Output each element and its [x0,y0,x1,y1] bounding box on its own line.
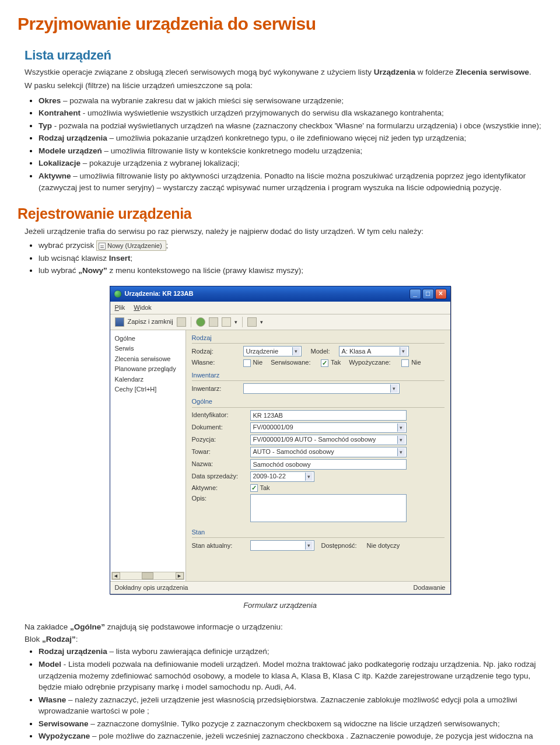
statusbar: Dokładny opis urządzenia Dodawanie [110,581,450,594]
save-and-close-button[interactable]: Zapisz i zamknij [128,317,173,326]
list-item: Modele urządzeń – umożliwia filtrowanie … [38,145,542,157]
rodzaj-block-list: Rodzaj urządzenia – lista wyboru zawiera… [38,646,542,745]
section-rejestrowanie: Rejestrowanie urządzenia [18,204,542,224]
document-icon [99,243,106,250]
list-item: Model - Lista modeli pozwala na definiow… [38,659,542,693]
label-nazwa: Nazwa: [192,460,250,468]
label-wlasne: Własne: [192,358,243,367]
side-navigation: Ogólne Serwis Zlecenia serwisowe Planowa… [110,330,186,581]
sidebar-item-kalendarz[interactable]: Kalendarz [115,375,183,384]
menu-widok[interactable]: Widok [134,304,152,311]
serwisowane-checkbox[interactable] [321,359,328,367]
status-left: Dokładny opis urządzenia [115,583,188,592]
print-icon[interactable] [222,317,231,327]
list-item: lub wybrać „Nowy” z menu kontekstowego n… [38,265,542,277]
group-ogolne: Ogólne [192,397,444,407]
label-wypozyczane: Wypożyczane: [349,358,401,367]
sidebar-item-cechy[interactable]: Cechy [Ctrl+H] [115,384,183,394]
stan-select[interactable] [250,540,314,551]
nowy-urzadzenie-button-image: Nowy (Urządzenie) [96,240,166,251]
scroll-left-icon[interactable]: ◄ [112,572,120,579]
list-item: wybrać przycisk Nowy (Urządzenie) ; [38,240,542,251]
inwentarz-select[interactable] [243,383,400,394]
filters-list: Okres – pozwala na wybranie zakresu dat … [38,95,542,194]
menu-plik[interactable]: Plik [115,304,125,311]
form-area: Rodzaj Rodzaj: Urządzenie Model: A: Klas… [186,330,450,581]
toolbar-icon[interactable] [209,317,218,327]
urzadzenia-window-screenshot: Urządzenia: KR 123AB _ □ × Plik Widok Za… [110,286,451,595]
list-item: Aktywne – umożliwia filtrowanie listy po… [38,170,542,193]
list-item: lub wcisnąć klawisz Insert; [38,253,542,264]
list-item: Rodzaj urządzenia – lista wyboru zawiera… [38,646,542,657]
group-inwentarz: Inwentarz [192,371,444,381]
save-icon[interactable] [115,317,124,327]
dokument-select[interactable]: FV/000001/09 [250,422,407,433]
group-rodzaj: Rodzaj [192,334,444,344]
group-stan: Stan [192,528,444,538]
maximize-button[interactable]: □ [422,289,434,299]
label-dokument: Dokument: [192,423,250,432]
page-title: Przyjmowanie urządzenia do serwisu [18,12,542,36]
identyfikator-input[interactable]: KR 123AB [250,410,407,421]
toolbar-icon[interactable] [177,317,186,327]
toolbar-icon[interactable] [247,317,257,327]
list-item: Serwisowane – zaznaczone domyślnie. Tylk… [38,718,542,730]
rodzaj-select[interactable]: Urządzenie [243,346,302,356]
status-right: Dodawanie [413,583,445,592]
sidebar-item-ogolne[interactable]: Ogólne [115,334,183,344]
list-item: Rodzaj urządzenia – umożliwia pokazanie … [38,132,542,144]
app-icon [114,290,122,298]
window-title: Urządzenia: KR 123AB [125,289,194,298]
menubar: Plik Widok [110,302,450,314]
horizontal-scrollbar[interactable]: ◄ ► [111,572,184,580]
section-lista: Lista urządzeń [24,47,542,65]
toolbar-icon[interactable] [196,317,205,327]
filters-intro: W pasku selekcji (filtrze) na liście urz… [24,81,542,92]
label-opis: Opis: [192,494,250,503]
sidebar-item-przeglady[interactable]: Planowane przeglądy [115,364,183,374]
scroll-right-icon[interactable]: ► [176,572,184,579]
label-dostepnosc: Dostępność: [321,541,367,550]
list-item: Własne – należy zaznaczyć, jeżeli urządz… [38,694,542,717]
nazwa-input[interactable]: Samochód osobowy [250,459,407,470]
model-select[interactable]: A: Klasa A [339,346,409,356]
label-model: Model: [311,347,339,356]
toolbar: Zapisz i zamknij ▾ ▾ [110,314,450,330]
label-pozycja: Pozycja: [192,435,250,444]
label-towar: Towar: [192,447,250,456]
intro-paragraph: Wszystkie operacje związane z obsługą zl… [24,67,542,78]
list-item: Typ - pozwala na podział wyświetlanych u… [38,120,542,132]
pozycja-select[interactable]: FV/000001/09 AUTO - Samochód osobowy [250,435,407,445]
dostepnosc-value: Nie dotyczy [367,541,400,550]
sidebar-item-zlecenia[interactable]: Zlecenia serwisowe [115,354,183,364]
label-rodzaj: Rodzaj: [192,347,243,356]
reg-steps: wybrać przycisk Nowy (Urządzenie) ; lub … [38,240,542,277]
towar-select[interactable]: AUTO - Samochód osobowy [250,447,407,457]
list-item: Wypożyczane – pole możliwe do zaznaczeni… [38,730,542,745]
list-item: Kontrahent - umożliwia wyświetlenie wszy… [38,107,542,119]
after-rodzaj: Blok „Rodzaj”: [24,634,542,645]
wypozyczane-checkbox[interactable] [401,359,409,367]
figure-caption: Formularz urządzenia [18,600,542,611]
list-item: Okres – pozwala na wybranie zakresu dat … [38,95,542,107]
close-button[interactable]: × [435,289,447,299]
data-sprzedazy-input[interactable]: 2009-10-22 [250,471,314,482]
opis-textarea[interactable] [250,494,407,522]
list-item: Lokalizacje – pokazuje urządzenia z wybr… [38,158,542,169]
minimize-button[interactable]: _ [410,289,421,299]
window-titlebar: Urządzenia: KR 123AB _ □ × [110,286,450,302]
wlasne-checkbox[interactable] [243,359,251,367]
reg-intro: Jeżeli urządzenie trafia do serwisu po r… [24,226,542,237]
sidebar-item-serwis[interactable]: Serwis [115,344,183,354]
label-inwentarz: Inwentarz: [192,384,243,393]
label-aktywne: Aktywne: [192,484,250,492]
after-ogolne: Na zakładce „Ogólne” znajdują się podsta… [24,622,542,633]
label-serwisowane: Serwisowane: [271,358,321,367]
aktywne-checkbox[interactable] [250,484,258,492]
label-identyfikator: Identyfikator: [192,411,250,419]
label-stan-aktualny: Stan aktualny: [192,541,250,550]
label-data-sprzedazy: Data sprzedaży: [192,472,250,481]
